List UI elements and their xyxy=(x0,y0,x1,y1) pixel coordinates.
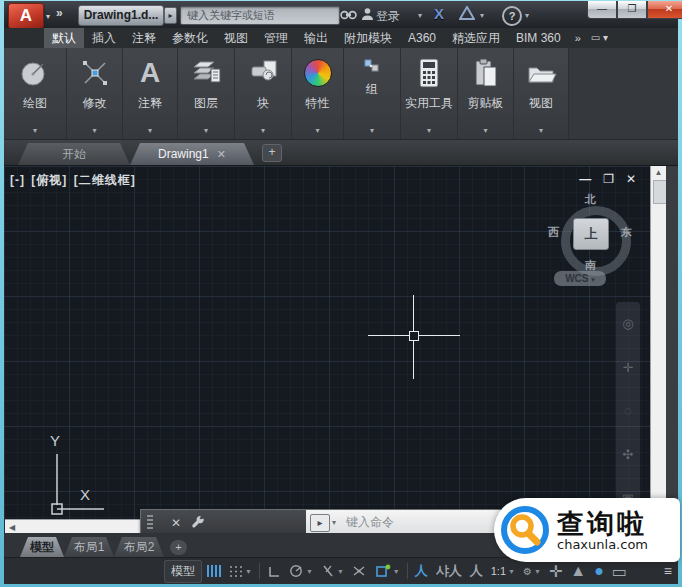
panel-expand-icon[interactable]: ▾ xyxy=(483,126,487,135)
recent-commands-caret-icon[interactable]: ▾ xyxy=(332,518,336,527)
app-menu-button[interactable]: A xyxy=(8,3,44,29)
view-icon[interactable] xyxy=(525,51,557,95)
drawing-viewport[interactable]: [-] [俯视] [二维线框] — ❐ ✕ 北 西 东 南 上 WCS ▾ xyxy=(4,166,650,533)
file-tab-drawing1[interactable]: Drawing1 ✕ xyxy=(130,143,254,165)
panel-clipboard[interactable]: 剪贴板 ▾ xyxy=(458,48,514,139)
snap-mode-toggle[interactable]: ▼ xyxy=(225,561,256,581)
panel-block[interactable]: 块 ▾ xyxy=(235,48,292,139)
panel-expand-icon[interactable]: ▾ xyxy=(92,126,96,135)
viewcube-west[interactable]: 西 xyxy=(548,225,559,240)
viewcube-east[interactable]: 东 xyxy=(621,225,632,240)
scroll-left-icon[interactable]: ◀ xyxy=(7,523,17,532)
panel-expand-icon[interactable]: ▾ xyxy=(539,126,543,135)
vertical-scrollbar[interactable]: ▲ ▼ xyxy=(650,166,666,533)
viewport-control-menu[interactable]: [-] xyxy=(10,173,25,187)
ribbon-tab-addins[interactable]: 附加模块 xyxy=(336,28,400,48)
annotation-scale-icon[interactable]: 人 xyxy=(466,561,487,581)
ribbon-tab-parametric[interactable]: 参数化 xyxy=(164,28,216,48)
annotation-visibility-toggle[interactable]: 人 xyxy=(411,561,432,581)
pan-icon[interactable]: ✛ xyxy=(623,360,634,375)
workspace-switching-icon[interactable]: ⚙ ▼ xyxy=(519,561,545,581)
scroll-up-icon[interactable]: ▲ xyxy=(651,168,666,177)
annotation-monitor-icon[interactable]: ✛ xyxy=(545,561,566,581)
file-tab-start[interactable]: 开始 xyxy=(18,143,130,165)
panel-utilities[interactable]: 实用工具 ▾ xyxy=(401,48,458,139)
search-icon[interactable] xyxy=(340,7,357,24)
title-expand-button[interactable]: ▸ xyxy=(164,7,177,24)
infocenter-search-input[interactable]: 键入关键字或短语 xyxy=(180,6,340,25)
close-button[interactable]: ✕ xyxy=(647,1,682,19)
ortho-toggle[interactable] xyxy=(263,561,285,581)
ribbon-tab-bim360[interactable]: BIM 360 xyxy=(508,28,569,48)
ribbon-tab-output[interactable]: 输出 xyxy=(296,28,336,48)
ribbon-tab-featured[interactable]: 精选应用 xyxy=(444,28,508,48)
panel-modify[interactable]: 修改 ▾ xyxy=(67,48,123,139)
signin-button[interactable]: 登录 xyxy=(376,8,400,25)
panel-expand-icon[interactable]: ▾ xyxy=(427,126,431,135)
signin-caret-icon[interactable]: ▾ xyxy=(418,11,422,20)
isodraft-caret-icon[interactable]: ▼ xyxy=(337,568,344,575)
help-icon[interactable]: ? xyxy=(502,6,522,26)
customize-menu-icon[interactable]: ≡ xyxy=(664,563,672,579)
customize-wrench-icon[interactable] xyxy=(191,515,206,530)
minimize-button[interactable]: — xyxy=(587,1,617,19)
drag-grip-icon[interactable] xyxy=(147,515,153,531)
viewcube[interactable]: 北 西 东 南 上 xyxy=(548,194,634,278)
ribbon-tab-view[interactable]: 视图 xyxy=(216,28,256,48)
statusbar-model-button[interactable]: 模型 xyxy=(164,560,202,583)
ribbon-tab-manage[interactable]: 管理 xyxy=(256,28,296,48)
osnap-caret-icon[interactable]: ▼ xyxy=(393,568,400,575)
ribbon-display-toggle-icon[interactable]: ▭ ▾ xyxy=(587,28,612,48)
modify-icon[interactable] xyxy=(81,51,109,95)
draw-circle-icon[interactable] xyxy=(19,51,51,95)
panel-expand-icon[interactable]: ▾ xyxy=(204,126,208,135)
a360-icon[interactable] xyxy=(459,6,475,23)
panel-layers[interactable]: 图层 ▾ xyxy=(178,48,235,139)
a360-caret-icon[interactable]: ▾ xyxy=(480,11,484,20)
quick-access-overflow-icon[interactable]: » xyxy=(56,6,63,20)
polar-tracking-toggle[interactable]: ▼ xyxy=(285,561,317,581)
panel-draw[interactable]: 绘图 ▾ xyxy=(4,48,67,139)
viewport-restore-icon[interactable]: ❐ xyxy=(603,172,614,186)
file-tab-close-icon[interactable]: ✕ xyxy=(217,143,226,165)
group-icon[interactable] xyxy=(363,51,381,81)
panel-expand-icon[interactable]: ▾ xyxy=(261,126,265,135)
viewcube-north[interactable]: 北 xyxy=(585,192,596,207)
orbit-icon[interactable]: ✣ xyxy=(623,447,634,462)
command-close-icon[interactable]: ✕ xyxy=(171,516,181,530)
command-prompt-icon[interactable]: ▸ xyxy=(310,514,330,532)
new-layout-icon[interactable]: + xyxy=(170,540,187,555)
full-navigation-wheel-icon[interactable]: ◎ xyxy=(622,316,633,331)
graphics-performance-icon[interactable]: ● xyxy=(590,561,608,581)
object-snap-toggle[interactable]: ▼ xyxy=(371,561,404,581)
calculator-icon[interactable] xyxy=(417,51,441,95)
panel-properties[interactable]: 特性 ▾ xyxy=(292,48,344,139)
tab-model[interactable]: 模型 xyxy=(20,537,64,557)
snap-caret-icon[interactable]: ▼ xyxy=(245,568,252,575)
maximize-button[interactable]: ❐ xyxy=(617,1,647,19)
ribbon-tab-insert[interactable]: 插入 xyxy=(84,28,124,48)
viewcube-top-face[interactable]: 上 xyxy=(573,218,609,250)
viewport-view-control[interactable]: [俯视] xyxy=(31,173,67,187)
isodraft-toggle[interactable]: ▼ xyxy=(317,561,348,581)
exchange-apps-icon[interactable]: X xyxy=(434,5,444,22)
panel-view[interactable]: 视图 ▾ xyxy=(514,48,569,139)
panel-expand-icon[interactable]: ▾ xyxy=(370,126,374,135)
viewport-visualstyle-control[interactable]: [二维线框] xyxy=(74,173,136,187)
panel-expand-icon[interactable]: ▾ xyxy=(315,126,319,135)
wcs-dropdown[interactable]: WCS ▾ xyxy=(554,271,606,286)
wcs-caret-icon[interactable]: ▾ xyxy=(591,276,595,283)
tab-layout1[interactable]: 布局1 xyxy=(64,537,114,557)
panel-expand-icon[interactable]: ▾ xyxy=(33,126,37,135)
ribbon-tabs-overflow-icon[interactable]: » xyxy=(569,28,587,48)
help-caret-icon[interactable]: ▾ xyxy=(525,11,529,20)
units-icon[interactable]: ▲ xyxy=(566,561,590,581)
color-wheel-icon[interactable] xyxy=(304,59,332,87)
annotation-scale-control[interactable]: 1:1 ▼ xyxy=(487,561,519,581)
ribbon-tab-a360[interactable]: A360 xyxy=(400,28,444,48)
object-snap-tracking-toggle[interactable] xyxy=(348,561,371,581)
layers-icon[interactable] xyxy=(190,51,222,95)
annotate-icon[interactable]: A xyxy=(140,59,160,87)
polar-caret-icon[interactable]: ▼ xyxy=(306,568,313,575)
scale-caret-icon[interactable]: ▼ xyxy=(508,568,515,575)
